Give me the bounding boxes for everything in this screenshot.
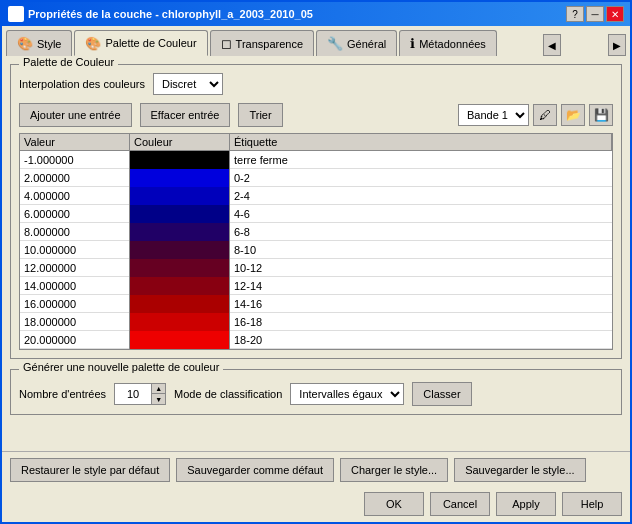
table-row: 18-20 [230, 331, 612, 349]
band-select[interactable]: Bande 1 Bande 2 [458, 104, 529, 126]
table-row: 20.000000 [20, 331, 129, 349]
title-controls: ? ─ ✕ [566, 6, 624, 22]
table-row: 2.000000 [20, 169, 129, 187]
color-cell-3[interactable] [130, 205, 229, 223]
mode-select[interactable]: Intervalles égaux Quantile Ecart-type [290, 383, 404, 405]
palette-group-title: Palette de Couleur [19, 56, 118, 68]
gen-tab-icon: 🔧 [327, 36, 343, 51]
interpolation-label: Interpolation des couleurs [19, 78, 145, 90]
save-colors-icon[interactable]: 💾 [589, 104, 613, 126]
window-title: Propriétés de la couche - chlorophyll_a_… [28, 8, 313, 20]
cancel-button[interactable]: Cancel [430, 492, 490, 516]
color-cell-0[interactable] [130, 151, 229, 169]
color-cell-5[interactable] [130, 241, 229, 259]
header-valeur: Valeur [20, 134, 130, 150]
color-cell-8[interactable] [130, 295, 229, 313]
generate-group-title: Générer une nouvelle palette de couleur [19, 361, 223, 373]
color-cell-2[interactable] [130, 187, 229, 205]
mode-label: Mode de classification [174, 388, 282, 400]
table-row: 18.000000 [20, 313, 129, 331]
close-button[interactable]: ✕ [606, 6, 624, 22]
valeur-column: -1.000000 2.000000 4.000000 6.000000 8.0… [20, 151, 130, 349]
delete-entry-button[interactable]: Effacer entrée [140, 103, 231, 127]
apply-button[interactable]: Apply [496, 492, 556, 516]
table-row: 4-6 [230, 205, 612, 223]
load-colors-icon[interactable]: 📂 [561, 104, 585, 126]
header-couleur: Couleur [130, 134, 230, 150]
restore-style-button[interactable]: Restaurer le style par défaut [10, 458, 170, 482]
tab-style[interactable]: 🎨 Style [6, 30, 72, 56]
color-cell-10[interactable] [130, 331, 229, 349]
style-tab-label: Style [37, 38, 61, 50]
table-row: 16-18 [230, 313, 612, 331]
main-content: Palette de Couleur Interpolation des cou… [2, 56, 630, 451]
color-table: Valeur Couleur Étiquette -1.000000 2.000… [19, 133, 613, 350]
color-cell-6[interactable] [130, 259, 229, 277]
bottom-style-bar: Restaurer le style par défaut Sauvegarde… [2, 451, 630, 488]
table-row: 10.000000 [20, 241, 129, 259]
add-entry-button[interactable]: Ajouter une entrée [19, 103, 132, 127]
interpolation-select[interactable]: Discret Linéaire Exact [153, 73, 223, 95]
palette-tab-icon: 🎨 [85, 36, 101, 51]
meta-tab-icon: ℹ [410, 36, 415, 51]
gen-tab-label: Général [347, 38, 386, 50]
band-row: Bande 1 Bande 2 🖊 📂 💾 [458, 104, 613, 126]
table-row: 4.000000 [20, 187, 129, 205]
table-row: 10-12 [230, 259, 612, 277]
table-row: 8-10 [230, 241, 612, 259]
table-row: 8.000000 [20, 223, 129, 241]
help-button[interactable]: ? [566, 6, 584, 22]
palette-group: Palette de Couleur Interpolation des cou… [10, 64, 622, 359]
color-cell-1[interactable] [130, 169, 229, 187]
header-etiquette: Étiquette [230, 134, 612, 150]
tab-palette[interactable]: 🎨 Palette de Couleur [74, 30, 207, 56]
title-bar-left: 🗺 Propriétés de la couche - chlorophyll_… [8, 6, 313, 22]
table-header: Valeur Couleur Étiquette [20, 134, 612, 151]
couleur-column [130, 151, 230, 349]
table-row: 16.000000 [20, 295, 129, 313]
table-row: 12-14 [230, 277, 612, 295]
classer-button[interactable]: Classer [412, 382, 471, 406]
help-dialog-button[interactable]: Help [562, 492, 622, 516]
table-row: terre ferme [230, 151, 612, 169]
nombre-input[interactable] [115, 384, 151, 404]
table-row: -1.000000 [20, 151, 129, 169]
palette-tab-label: Palette de Couleur [105, 37, 196, 49]
minimize-button[interactable]: ─ [586, 6, 604, 22]
save-default-button[interactable]: Sauvegarder comme défaut [176, 458, 334, 482]
tab-nav-prev[interactable]: ◀ [543, 34, 561, 56]
color-cell-4[interactable] [130, 223, 229, 241]
color-cell-7[interactable] [130, 277, 229, 295]
ok-button[interactable]: OK [364, 492, 424, 516]
color-cell-9[interactable] [130, 313, 229, 331]
window-icon: 🗺 [8, 6, 24, 22]
interpolation-row: Interpolation des couleurs Discret Linéa… [19, 73, 613, 95]
table-row: 14-16 [230, 295, 612, 313]
tab-meta[interactable]: ℹ Métadonnées [399, 30, 497, 56]
save-style-button[interactable]: Sauvegarder le style... [454, 458, 585, 482]
title-bar: 🗺 Propriétés de la couche - chlorophyll_… [2, 2, 630, 26]
trans-tab-label: Transparence [236, 38, 303, 50]
spinner-buttons: ▲ ▼ [151, 384, 165, 404]
style-tab-icon: 🎨 [17, 36, 33, 51]
tab-nav-next[interactable]: ▶ [608, 34, 626, 56]
generate-group: Générer une nouvelle palette de couleur … [10, 369, 622, 415]
etiquette-column: terre ferme 0-2 2-4 4-6 6-8 8-10 10-12 1… [230, 151, 612, 349]
load-style-button[interactable]: Charger le style... [340, 458, 448, 482]
meta-tab-label: Métadonnées [419, 38, 486, 50]
tab-transparence[interactable]: ◻ Transparence [210, 30, 314, 56]
table-row: 14.000000 [20, 277, 129, 295]
trans-tab-icon: ◻ [221, 36, 232, 51]
tab-general[interactable]: 🔧 Général [316, 30, 397, 56]
table-row: 12.000000 [20, 259, 129, 277]
tab-bar: 🎨 Style 🎨 Palette de Couleur ◻ Transpare… [2, 26, 630, 56]
table-row: 6-8 [230, 223, 612, 241]
edit-colors-icon[interactable]: 🖊 [533, 104, 557, 126]
generate-row: Nombre d'entrées ▲ ▼ Mode de classificat… [19, 382, 613, 406]
table-row: 6.000000 [20, 205, 129, 223]
sort-button[interactable]: Trier [238, 103, 282, 127]
toolbar-row: Ajouter une entrée Effacer entrée Trier … [19, 103, 613, 127]
spinner-up-button[interactable]: ▲ [151, 384, 165, 394]
spinner-down-button[interactable]: ▼ [151, 394, 165, 404]
main-window: 🗺 Propriétés de la couche - chlorophyll_… [0, 0, 632, 524]
